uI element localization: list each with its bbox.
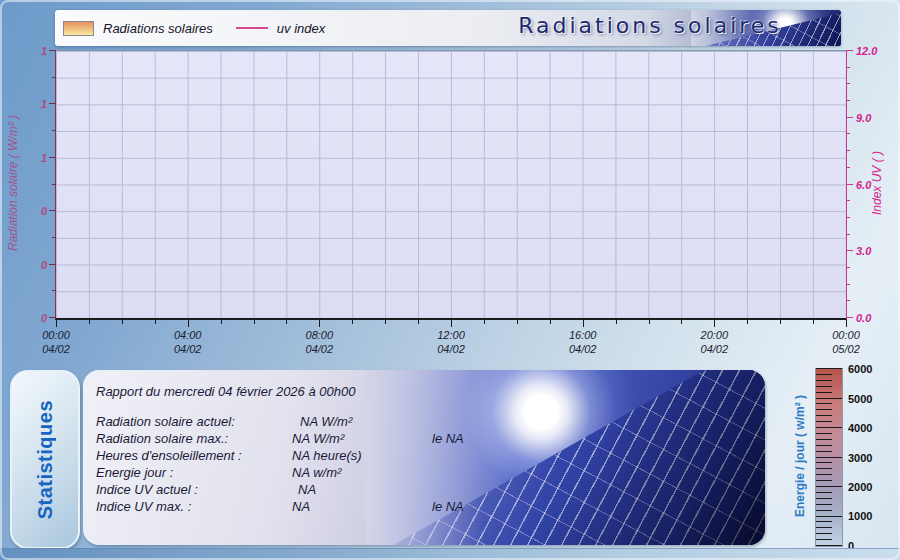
left-tick-label: 0 [41,312,47,324]
axis-tick [747,320,748,324]
stat-label: Indice UV actuel : [96,481,292,498]
chart-legend: Radiations solaires uv index [63,10,325,46]
axis-tick [846,200,850,201]
left-tick-label: 0 [41,205,47,217]
axis-tick [49,50,56,51]
stats-row: Energie jour : NA w/m² [96,464,755,481]
axis-tick [714,320,715,327]
axis-tick [616,320,617,324]
axis-tick [846,117,853,118]
left-tick-label: 1 [41,45,47,57]
axis-tick [49,103,56,104]
stat-label: Radiation solaire max.: [96,430,292,447]
axis-tick [649,320,650,324]
left-tick-label: 1 [41,152,47,164]
axis-tick [816,392,832,393]
axis-tick [56,320,57,327]
axis-tick [816,492,832,493]
axis-tick [319,320,320,327]
energy-tick-label: 1000 [848,510,872,522]
axis-tick [816,504,832,505]
axis-tick [49,317,56,318]
axis-tick [221,320,222,324]
chart-title: Radiations solaires [485,13,815,38]
energy-tick-label: 4000 [848,422,872,434]
stat-label: Energie jour : [96,464,292,481]
energy-tick-label: 5000 [848,393,872,405]
axis-tick [846,150,850,151]
left-tick-label: 1 [41,98,47,110]
statistics-content: Rapport du mercredi 04 février 2026 à 00… [96,384,755,515]
axis-tick [846,267,850,268]
axis-tick [49,210,56,211]
radiation-legend-swatch [63,21,94,36]
x-tick-label: 00:0005/02 [832,328,860,356]
stat-extra [432,413,755,430]
axis-tick [89,320,90,324]
axis-tick [816,486,842,487]
axis-tick [816,398,842,399]
axis-tick [780,320,781,324]
axis-tick [846,184,853,185]
axis-tick [188,320,189,327]
stats-row: Radiation solaire max.: NA W/m² le NA [96,430,755,447]
stat-extra [432,481,755,498]
axis-tick [816,480,832,481]
stat-value: NA [292,498,432,515]
uv-index-legend-label: uv index [277,21,325,36]
axis-tick [846,167,850,168]
stat-extra [432,464,755,481]
axis-tick [451,320,452,327]
axis-tick [816,521,832,522]
uv-index-legend-line [236,27,268,29]
axis-tick [816,474,832,475]
right-tick-label: 9.0 [856,112,871,124]
axis-tick [816,462,832,463]
x-tick-label: 00:0004/02 [42,328,70,356]
axis-tick [816,451,832,452]
axis-tick [484,320,485,324]
axis-tick [816,409,832,410]
right-tick-label: 12.0 [856,45,877,57]
axis-tick [286,320,287,324]
axis-tick [816,545,842,546]
axis-tick [846,234,850,235]
axis-tick [846,317,853,318]
axis-tick [816,433,832,434]
axis-tick [816,533,832,534]
x-tick-label: 12:0004/02 [437,328,465,356]
axis-tick [254,320,255,324]
statistics-tab-label: Statistiques [34,400,57,519]
stats-row: Indice UV max. : NA le NA [96,498,755,515]
stat-label: Radiation solaire actuel: [96,413,292,430]
axis-tick [352,320,353,324]
stats-row: Radiation solaire actuel: NA W/m² [96,413,755,430]
axis-tick [816,457,842,458]
axis-tick [816,516,842,517]
plot-area: 1 1 1 0 0 0 12.0 9.0 6.0 3.0 0.0 00:0004… [55,50,847,320]
left-axis-title: Radiation solaire ( W/m² ) [4,50,22,317]
axis-tick [846,50,853,51]
statistics-tab[interactable]: Statistiques [10,370,80,549]
axis-tick [816,380,832,381]
axis-tick [583,320,584,327]
axis-tick [49,157,56,158]
right-tick-label: 3.0 [856,245,871,257]
left-tick-label: 0 [41,259,47,271]
axis-tick [52,237,56,238]
axis-tick [816,368,842,369]
axis-tick [385,320,386,324]
energy-tick-label: 6000 [848,363,872,375]
energy-tick-label: 3000 [848,452,872,464]
axis-tick [49,264,56,265]
stat-extra [432,447,755,464]
axis-tick [52,77,56,78]
axis-tick [846,83,850,84]
axis-tick [846,133,850,134]
axis-tick [816,421,832,422]
stat-value: NA heure(s) [292,447,432,464]
axis-tick [846,320,847,327]
stats-row: Heures d'ensoleillement : NA heure(s) [96,447,755,464]
stat-label: Indice UV max. : [96,498,292,515]
stat-extra: le NA [432,498,755,515]
